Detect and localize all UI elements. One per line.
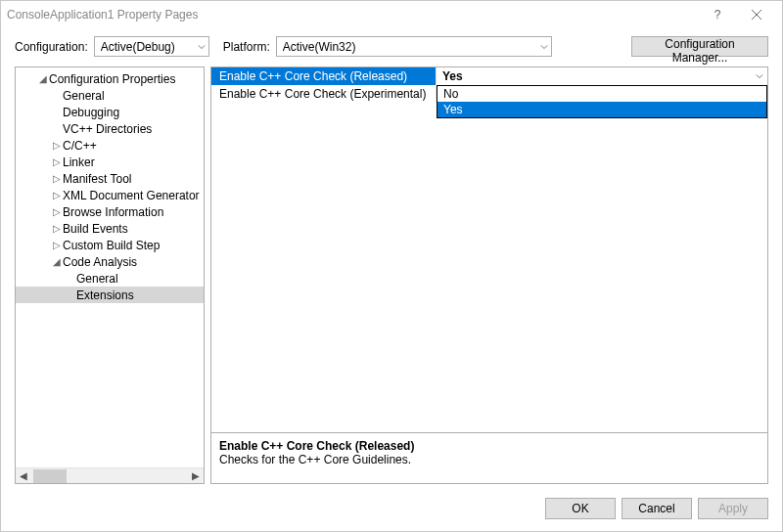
tree-item-label: Code Analysis: [63, 255, 137, 269]
close-button[interactable]: [737, 1, 776, 28]
description-title: Enable C++ Core Check (Released): [219, 439, 760, 453]
tree-item-build-events[interactable]: ▷Build Events: [16, 220, 204, 237]
platform-value: [276, 36, 552, 57]
scroll-thumb[interactable]: [33, 469, 67, 483]
expand-icon: ▷: [51, 190, 63, 200]
footer: OK Cancel Apply: [1, 490, 782, 531]
tree-item-custom-build-step[interactable]: ▷Custom Build Step: [16, 237, 204, 253]
property-name: Enable C++ Core Check (Experimental): [211, 85, 437, 103]
tree-item-label: Debugging: [63, 106, 119, 119]
expand-icon: ▷: [51, 173, 63, 184]
platform-select[interactable]: [276, 36, 552, 57]
tree-item-code-analysis[interactable]: ◢Code Analysis: [16, 253, 204, 270]
tree-item-label: General: [76, 272, 118, 286]
dropdown-option[interactable]: No: [438, 86, 766, 102]
help-icon: ?: [714, 8, 721, 22]
expand-icon: ▷: [51, 156, 63, 167]
tree-item-linker[interactable]: ▷Linker: [16, 154, 204, 170]
tree-item-label: Build Events: [63, 222, 128, 236]
tree-panel: ◢ Configuration Properties GeneralDebugg…: [15, 66, 205, 484]
configuration-select[interactable]: [94, 36, 209, 57]
scroll-left-icon[interactable]: ◀: [16, 469, 31, 483]
window-title: ConsoleApplication1 Property Pages: [7, 8, 698, 22]
dropdown-list[interactable]: NoYes: [437, 85, 767, 118]
configuration-label: Configuration:: [15, 40, 88, 54]
toolbar: Configuration: Platform: Configuration M…: [1, 28, 782, 66]
tree-item-label: XML Document Generator: [63, 189, 200, 202]
right-panel: Enable C++ Core Check (Released)YesEnabl…: [210, 66, 768, 484]
tree-item-general[interactable]: General: [16, 270, 204, 287]
tree-item-label: VC++ Directories: [63, 122, 152, 136]
tree-item-label: Linker: [63, 155, 95, 169]
collapse-icon: ◢: [37, 73, 49, 84]
description-panel: Enable C++ Core Check (Released) Checks …: [210, 433, 768, 484]
property-name: Enable C++ Core Check (Released): [211, 67, 437, 85]
tree-item-browse-information[interactable]: ▷Browse Information: [16, 203, 204, 220]
apply-button[interactable]: Apply: [698, 498, 768, 519]
description-body: Checks for the C++ Core Guidelines.: [219, 453, 760, 466]
expand-icon: ▷: [51, 206, 63, 217]
tree-item-debugging[interactable]: Debugging: [16, 104, 204, 120]
tree-item-label: Browse Information: [63, 205, 163, 219]
tree-item-extensions[interactable]: Extensions: [16, 287, 204, 303]
property-value[interactable]: Yes: [437, 67, 767, 85]
platform-label: Platform:: [223, 40, 270, 54]
expand-icon: ▷: [51, 140, 63, 151]
scroll-right-icon[interactable]: ▶: [188, 469, 204, 483]
titlebar: ConsoleApplication1 Property Pages ?: [1, 1, 782, 28]
horizontal-scrollbar[interactable]: ◀ ▶: [16, 467, 204, 483]
property-grid[interactable]: Enable C++ Core Check (Released)YesEnabl…: [210, 66, 768, 433]
tree-root[interactable]: ◢ Configuration Properties: [16, 70, 204, 87]
property-pages-window: ConsoleApplication1 Property Pages ? Con…: [0, 0, 783, 532]
dropdown-option[interactable]: Yes: [438, 102, 766, 117]
tree-item-label: General: [63, 89, 105, 103]
property-row[interactable]: Enable C++ Core Check (Released)Yes: [211, 67, 767, 85]
configuration-value: [94, 36, 209, 57]
tree-item-general[interactable]: General: [16, 87, 204, 104]
tree-item-manifest-tool[interactable]: ▷Manifest Tool: [16, 170, 204, 187]
cancel-button[interactable]: Cancel: [622, 498, 692, 519]
chevron-down-icon: [756, 72, 763, 80]
tree-item-label: Manifest Tool: [63, 172, 131, 186]
expand-icon: ▷: [51, 240, 63, 250]
tree-item-c-c-[interactable]: ▷C/C++: [16, 137, 204, 154]
tree-item-label: C/C++: [63, 139, 97, 153]
tree-item-vc-directories[interactable]: VC++ Directories: [16, 120, 204, 137]
ok-button[interactable]: OK: [545, 498, 616, 519]
help-button[interactable]: ?: [698, 1, 737, 28]
tree-root-label: Configuration Properties: [49, 72, 175, 86]
tree-item-label: Custom Build Step: [63, 239, 160, 252]
close-icon: [752, 10, 761, 20]
tree-item-xml-document-generator[interactable]: ▷XML Document Generator: [16, 187, 204, 203]
configuration-manager-button[interactable]: Configuration Manager...: [631, 36, 768, 57]
collapse-icon: ◢: [51, 256, 63, 267]
content-area: ◢ Configuration Properties GeneralDebugg…: [1, 66, 782, 490]
expand-icon: ▷: [51, 223, 63, 234]
tree-item-label: Extensions: [76, 288, 134, 302]
tree[interactable]: ◢ Configuration Properties GeneralDebugg…: [16, 67, 204, 467]
